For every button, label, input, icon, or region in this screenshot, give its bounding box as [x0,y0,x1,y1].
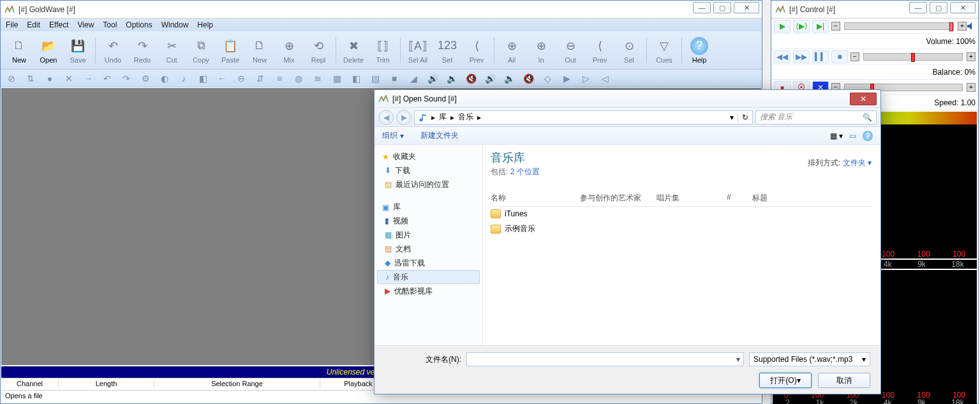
menu-options[interactable]: Options [126,20,152,29]
organize-button[interactable]: 组织 ▾ [382,130,404,141]
crumb-sep: ▸ [477,113,481,122]
play-button[interactable]: ▶ [774,20,791,33]
preview-button[interactable]: ▭ [849,131,856,140]
speed-label: Speed: 1.00 [934,98,976,107]
col-num[interactable]: # [727,193,752,204]
fx-button-0: ⊘ [3,71,20,86]
speed-plus[interactable]: + [967,83,976,92]
volume-slider[interactable] [844,22,954,30]
fx-button-18: ◧ [348,71,364,86]
breadcrumb-bar[interactable]: ▸ 库 ▸ 音乐 ▸ ▾ ↻ [414,110,753,124]
tool-new[interactable]: 🗋New [4,33,34,68]
filename-dropdown[interactable]: ▾ [736,355,740,364]
fx-button-5: ↶ [99,71,115,86]
play-selection-button[interactable]: ⟨▶⟩ [793,20,810,33]
crumb-library[interactable]: 库 [439,112,447,123]
menu-window[interactable]: Window [161,20,189,29]
menu-tool[interactable]: Tool [103,20,117,29]
fx-button-25: 🔊 [482,71,498,86]
dialog-titlebar: [#] Open Sound [#] ✕ [375,90,880,108]
open-button[interactable]: 打开(O) ▾ [759,373,812,388]
rewind-button[interactable]: ◀◀ [774,50,791,63]
document-icon: ▤ [385,244,392,253]
tool-open[interactable]: 📂Open [34,33,63,68]
sidebar-item-pictures[interactable]: ▦图片 [377,228,480,242]
fx-button-31: ◁ [597,71,613,86]
menu-view[interactable]: View [78,20,94,29]
volume-minus[interactable]: − [831,22,840,31]
col-name[interactable]: 名称 [491,193,580,204]
file-filter-dropdown[interactable]: Supported Files (*.wav;*.mp3▾ [749,352,870,366]
close-button[interactable]: ✕ [734,2,759,13]
balance-plus[interactable]: + [967,52,976,61]
col-album[interactable]: 唱片集 [657,193,727,204]
sidebar-favorites[interactable]: ★收藏夹 [377,150,480,163]
control-maximize-button[interactable]: ▢ [930,2,947,13]
sidebar-item-documents[interactable]: ▤文档 [377,242,480,256]
pause-button[interactable]: ▍▍ [812,50,829,63]
volume-label-row: Volume: 100% [771,34,978,49]
refresh-icon[interactable]: ↻ [738,113,748,122]
main-window-controls: — ▢ ✕ [693,2,759,13]
nav-back-button[interactable]: ◀ [378,110,394,125]
menu-edit[interactable]: Edit [27,20,40,29]
cancel-button[interactable]: 取消 [818,373,870,388]
search-input[interactable]: 搜索 音乐 🔍 [755,110,877,124]
balance-minus[interactable]: − [850,52,859,61]
xunlei-icon: ◆ [385,258,390,267]
forward-button[interactable]: ▶▶ [793,50,810,63]
file-row-sample[interactable]: 示例音乐 [491,221,873,237]
dialog-icon [378,94,389,104]
crumb-sep: ▸ [450,113,454,122]
dialog-close-button[interactable]: ✕ [850,93,877,105]
status-length: Length [59,378,154,389]
sidebar-item-downloads[interactable]: ⬇下载 [377,163,480,177]
play-loop-button[interactable]: ▶| [812,20,829,33]
tool-copy: ⧉Copy [186,33,216,68]
control-minimize-button[interactable]: — [909,2,927,13]
menu-effect[interactable]: Effect [49,20,68,29]
fx-button-14: ≡ [271,71,288,86]
star-icon: ★ [382,153,389,161]
sidebar-item-music[interactable]: ♪音乐 [377,270,480,284]
view-button[interactable]: ▦ ▾ [830,131,843,140]
help-icon[interactable]: ? [863,131,873,141]
open-dialog: [#] Open Sound [#] ✕ ◀ ▶ ▸ 库 ▸ 音乐 ▸ ▾ ↻ … [374,89,881,394]
transport-row-2: ◀◀ ▶▶ ▍▍ ■ − + [771,49,978,64]
sort-dropdown[interactable]: 文件夹 ▾ [843,158,872,167]
maximize-button[interactable]: ▢ [713,2,731,13]
tool-redo: ↷Redo [128,33,157,68]
breadcrumb-dropdown[interactable]: ▾ [730,113,734,122]
sidebar-item-youku[interactable]: ▶优酷影视库 [377,284,480,298]
col-title[interactable]: 标题 [752,193,780,204]
tool-delete: ✖Delete [339,33,368,68]
sidebar-item-xunlei[interactable]: ◆迅雷下载 [377,256,480,270]
menu-file[interactable]: File [6,20,18,29]
file-row-itunes[interactable]: iTunes [491,207,873,221]
balance-label: Balance: 0% [933,68,976,77]
crumb-music[interactable]: 音乐 [458,112,473,123]
sidebar-item-recent[interactable]: ▤最近访问的位置 [377,177,480,191]
sidebar-item-videos[interactable]: ▮视频 [377,214,480,228]
fx-button-8: ◐ [156,71,173,86]
control-close-button[interactable]: ✕ [950,2,976,13]
col-artist[interactable]: 参与创作的艺术家 [580,193,657,204]
sidebar-library[interactable]: ▣库 [377,200,480,214]
minimize-button[interactable]: — [693,2,711,13]
menu-help[interactable]: Help [197,20,213,29]
library-locations-link[interactable]: 2 个位置 [510,167,540,176]
tool-mix: ⊕Mix [274,33,304,68]
nav-forward-button[interactable]: ▶ [396,110,412,125]
fx-button-2: ● [41,71,58,86]
volume-plus[interactable]: + [958,22,967,31]
fx-button-27: 🔇 [520,71,537,86]
tool-set: 123Set [433,33,462,68]
stop-button[interactable]: ■ [831,50,848,63]
tool-help[interactable]: ?Help [685,33,714,68]
filename-input[interactable] [466,352,744,366]
main-title: [#] GoldWave [#] [19,5,758,14]
newfolder-button[interactable]: 新建文件夹 [420,130,459,141]
status-selection: Selection Range [154,378,320,389]
balance-slider[interactable] [863,53,963,61]
fx-button-13: ⇵ [252,71,269,86]
